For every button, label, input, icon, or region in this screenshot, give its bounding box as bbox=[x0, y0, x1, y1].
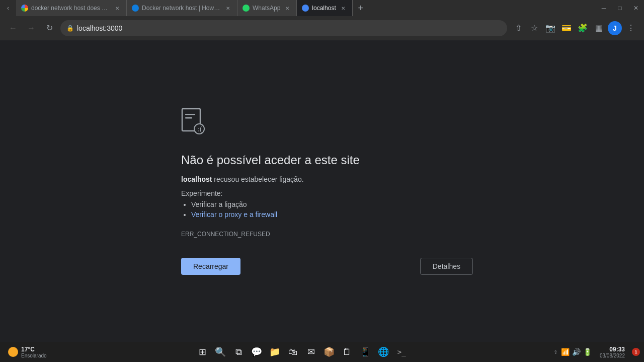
tab4-close-icon[interactable]: ✕ bbox=[339, 4, 347, 12]
tab3-close-icon[interactable]: ✕ bbox=[283, 4, 291, 12]
error-subtitle: localhost recusou estabelecer ligação. bbox=[181, 175, 304, 183]
menu-icon[interactable]: ⋮ bbox=[624, 21, 638, 35]
tabs-area: docker network host does not w... ✕ Dock… bbox=[16, 0, 596, 16]
volume-icon[interactable]: 🔊 bbox=[572, 347, 582, 357]
error-buttons: Recarregar Detalhes bbox=[181, 258, 473, 275]
notification-badge[interactable]: 1 bbox=[632, 348, 640, 356]
error-title: Não é possível aceder a este site bbox=[181, 153, 360, 167]
weather-description: Ensolarado bbox=[21, 353, 47, 358]
sidebar-toggle-icon[interactable]: ▦ bbox=[592, 21, 606, 35]
clock-time: 09:33 bbox=[600, 346, 625, 353]
svg-rect-2 bbox=[185, 117, 192, 119]
suggestion-1-text: Verificar a ligação bbox=[191, 200, 247, 208]
taskbar-center: ⊞ 🔍 ⧉ 💬 📁 🛍 ✉ 📦 🗒 📱 🌐 >_ bbox=[53, 344, 551, 360]
sys-tray-icons: 📶 🔊 🔋 bbox=[560, 347, 593, 357]
weather-text: 17°C Ensolarado bbox=[21, 346, 47, 358]
chrome-taskbar-icon[interactable]: 🌐 bbox=[375, 344, 391, 360]
suggestion-1: Verificar a ligação bbox=[191, 200, 277, 208]
close-button[interactable]: ✕ bbox=[628, 0, 644, 16]
dropbox-icon[interactable]: 📦 bbox=[321, 344, 337, 360]
explorer-icon[interactable]: 📁 bbox=[267, 344, 283, 360]
error-document-icon: :( bbox=[181, 108, 205, 135]
suggestion-2[interactable]: Verificar o proxy e a firewall bbox=[191, 210, 277, 219]
profile-avatar[interactable]: J bbox=[608, 21, 622, 35]
tab2-close-icon[interactable]: ✕ bbox=[224, 4, 232, 12]
tab4-title: localhost bbox=[312, 5, 336, 12]
window-controls: ─ □ ✕ bbox=[596, 0, 644, 16]
error-suggestions: Verificar a ligação Verificar o proxy e … bbox=[181, 200, 277, 221]
back-button[interactable]: ← bbox=[6, 21, 20, 35]
tab3-favicon bbox=[243, 5, 250, 12]
notes-icon[interactable]: 🗒 bbox=[339, 344, 355, 360]
mail-icon[interactable]: ✉ bbox=[303, 344, 319, 360]
weather-widget[interactable]: 17°C Ensolarado bbox=[4, 346, 51, 358]
address-bar: ← → ↻ 🔒 localhost:3000 ⇧ ☆ 📷 💳 🧩 ▦ J ⋮ bbox=[0, 16, 644, 40]
bookmark-icon[interactable]: ☆ bbox=[527, 21, 541, 35]
weather-temperature: 17°C bbox=[21, 346, 47, 353]
title-bar: ‹ docker network host does not w... ✕ Do… bbox=[0, 0, 644, 16]
browser-tab-4[interactable]: localhost ✕ bbox=[297, 0, 352, 16]
whatsapp-taskbar-icon[interactable]: 📱 bbox=[357, 344, 373, 360]
error-page: :( Não é possível aceder a este site loc… bbox=[0, 40, 644, 342]
extensions-icon[interactable]: 🧩 bbox=[576, 21, 590, 35]
reload-button-error[interactable]: Recarregar bbox=[181, 258, 240, 275]
url-text: localhost:3000 bbox=[77, 24, 501, 32]
tab4-favicon bbox=[302, 5, 309, 12]
network-icon[interactable]: 📶 bbox=[560, 347, 571, 357]
maximize-button[interactable]: □ bbox=[612, 0, 628, 16]
tab1-favicon bbox=[21, 5, 28, 12]
error-subtitle-suffix: recusou estabelecer ligação. bbox=[212, 175, 303, 183]
tab2-title: Docker network host | How to w... bbox=[142, 5, 221, 12]
svg-text::(: :( bbox=[198, 125, 202, 133]
browser-tab-3[interactable]: WhatsApp ✕ bbox=[237, 0, 297, 16]
taskbar-right: ⇧ 📶 🔊 🔋 09:33 03/08/2022 1 bbox=[553, 346, 640, 358]
toolbar-icons: ⇧ ☆ 📷 💳 🧩 ▦ J ⋮ bbox=[511, 21, 638, 35]
walletconnect-icon[interactable]: 💳 bbox=[559, 21, 574, 35]
lock-icon: 🔒 bbox=[66, 25, 74, 32]
screenshot-icon[interactable]: 📷 bbox=[543, 21, 557, 35]
proxy-firewall-link[interactable]: Verificar o proxy e a firewall bbox=[191, 210, 277, 219]
tab3-title: WhatsApp bbox=[253, 5, 280, 12]
forward-button[interactable]: → bbox=[24, 21, 38, 35]
tab1-title: docker network host does not w... bbox=[31, 5, 110, 12]
browser-tab-2[interactable]: Docker network host | How to w... ✕ bbox=[127, 0, 237, 16]
tab1-close-icon[interactable]: ✕ bbox=[113, 4, 121, 12]
clock-date: 03/08/2022 bbox=[600, 353, 625, 358]
taskbar: 17°C Ensolarado ⊞ 🔍 ⧉ 💬 📁 🛍 ✉ 📦 🗒 📱 🌐 >_… bbox=[0, 342, 644, 362]
terminal-icon[interactable]: >_ bbox=[393, 344, 410, 360]
search-taskbar-icon[interactable]: 🔍 bbox=[212, 344, 228, 360]
error-hostname: localhost bbox=[181, 175, 212, 183]
sys-tray-expand[interactable]: ⇧ bbox=[553, 349, 557, 355]
browser-tab-1[interactable]: docker network host does not w... ✕ bbox=[16, 0, 127, 16]
new-tab-button[interactable]: + bbox=[353, 0, 369, 16]
minimize-button[interactable]: ─ bbox=[596, 0, 612, 16]
error-icon-wrap: :( bbox=[181, 108, 205, 137]
weather-sun-icon bbox=[8, 347, 18, 357]
taskview-icon[interactable]: ⧉ bbox=[230, 344, 247, 360]
start-button[interactable]: ⊞ bbox=[194, 344, 210, 360]
reload-button[interactable]: ↻ bbox=[42, 21, 56, 35]
details-button[interactable]: Detalhes bbox=[420, 258, 473, 275]
url-box[interactable]: 🔒 localhost:3000 bbox=[60, 20, 507, 36]
tabs-chevron-icon[interactable]: ‹ bbox=[0, 0, 16, 16]
tab2-favicon bbox=[132, 5, 139, 12]
error-code: ERR_CONNECTION_REFUSED bbox=[181, 231, 270, 238]
teams-icon[interactable]: 💬 bbox=[249, 344, 265, 360]
store-icon[interactable]: 🛍 bbox=[285, 344, 301, 360]
share-icon[interactable]: ⇧ bbox=[511, 21, 525, 35]
svg-rect-1 bbox=[185, 114, 195, 115]
clock[interactable]: 09:33 03/08/2022 bbox=[596, 346, 629, 358]
battery-icon[interactable]: 🔋 bbox=[583, 347, 593, 357]
error-suggest-title: Experimente: bbox=[181, 189, 222, 197]
